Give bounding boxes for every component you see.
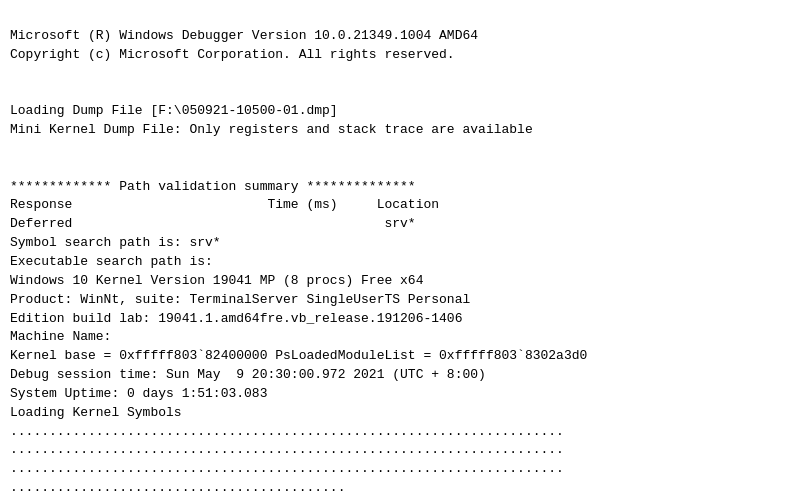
terminal-line: ........................................… (10, 479, 789, 498)
terminal-line: Symbol search path is: srv* (10, 234, 789, 253)
terminal-line: Debug session time: Sun May 9 20:30:00.9… (10, 366, 789, 385)
terminal-line: Mini Kernel Dump File: Only registers an… (10, 121, 789, 140)
terminal-line: Microsoft (R) Windows Debugger Version 1… (10, 27, 789, 46)
terminal-line: Deferred srv* (10, 215, 789, 234)
terminal-line: Loading Dump File [F:\050921-10500-01.dm… (10, 102, 789, 121)
terminal-line: ........................................… (10, 460, 789, 479)
terminal-line: Copyright (c) Microsoft Corporation. All… (10, 46, 789, 65)
terminal-line: Edition build lab: 19041.1.amd64fre.vb_r… (10, 310, 789, 329)
terminal-line: Response Time (ms) Location (10, 196, 789, 215)
terminal-line: Machine Name: (10, 328, 789, 347)
terminal-output: Microsoft (R) Windows Debugger Version 1… (0, 0, 799, 500)
terminal-line: System Uptime: 0 days 1:51:03.083 (10, 385, 789, 404)
terminal-line: ........................................… (10, 441, 789, 460)
terminal-line: Windows 10 Kernel Version 19041 MP (8 pr… (10, 272, 789, 291)
terminal-line: Kernel base = 0xfffff803`82400000 PsLoad… (10, 347, 789, 366)
terminal-line: Loading Kernel Symbols (10, 404, 789, 423)
terminal-line: ........................................… (10, 423, 789, 442)
terminal-line: Product: WinNt, suite: TerminalServer Si… (10, 291, 789, 310)
terminal-line: ************* Path validation summary **… (10, 178, 789, 197)
terminal-line: Executable search path is: (10, 253, 789, 272)
